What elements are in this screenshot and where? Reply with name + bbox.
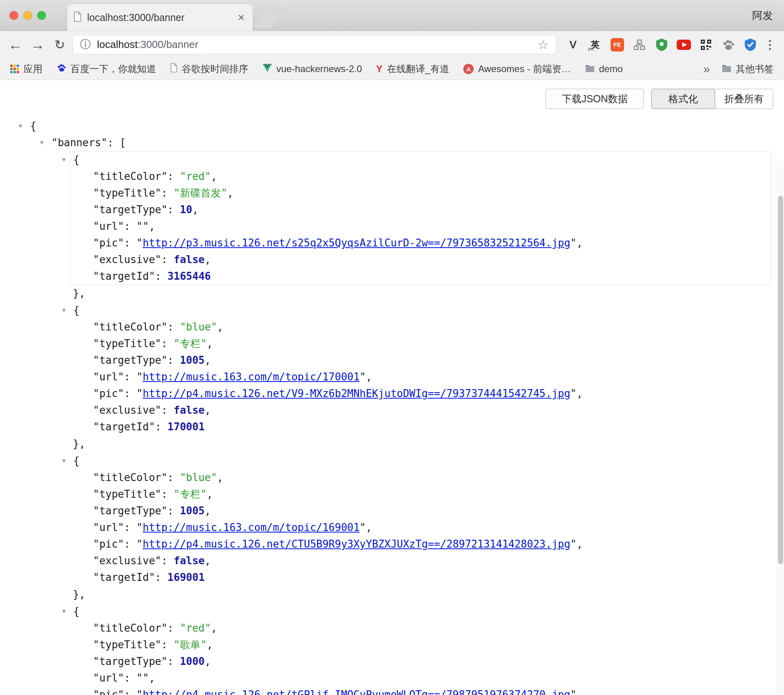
- tab-close-icon[interactable]: ×: [236, 11, 246, 23]
- format-button[interactable]: 格式化: [651, 89, 715, 109]
- bookmark-apps[interactable]: 应用: [10, 63, 42, 75]
- json-quote: ": [137, 689, 143, 695]
- bookmark-google-sort[interactable]: 谷歌按时间排序: [170, 63, 248, 75]
- json-comma: ,: [211, 622, 217, 634]
- paw-icon[interactable]: [721, 37, 736, 53]
- json-string-value: "red": [180, 622, 211, 634]
- bookmark-label: 应用: [23, 63, 42, 75]
- bookmark-vue-hackernews[interactable]: vue-hackernews-2.0: [263, 63, 362, 74]
- json-field-titleColor: "titleColor": "blue",: [70, 319, 771, 335]
- json-key: "targetType": [93, 505, 167, 517]
- bookmark-label: 百度一下，你就知道: [70, 63, 156, 75]
- json-comma: ,: [205, 655, 211, 667]
- json-string-value: "新碟首发": [174, 187, 227, 199]
- json-url-link[interactable]: http://p4.music.126.net/tGPljf-IMOCyPvum…: [143, 689, 570, 695]
- other-bookmarks-folder[interactable]: 其他书签: [722, 63, 774, 75]
- json-url-link[interactable]: http://music.163.com/m/topic/169001: [143, 521, 360, 533]
- baidu-paw-icon: [57, 63, 66, 75]
- json-object: ▼{"titleColor": "red","typeTitle": "新碟首发…: [70, 151, 771, 285]
- address-bar[interactable]: ⓘ localhost:3000/banner ☆: [72, 35, 556, 54]
- back-button[interactable]: ←: [6, 31, 25, 58]
- tab-title: localhost:3000/banner: [87, 12, 236, 23]
- forward-button[interactable]: →: [29, 31, 47, 58]
- json-object: ▼{"titleColor": "red","typeTitle": "歌单",…: [70, 603, 771, 695]
- bookmark-baidu[interactable]: 百度一下，你就知道: [57, 63, 156, 75]
- json-url-link[interactable]: http://p3.music.126.net/s25q2x5QyqsAzilC…: [143, 237, 570, 249]
- json-key: "pic": [93, 388, 124, 399]
- bookmarks-overflow-icon[interactable]: »: [703, 62, 710, 76]
- json-url-link[interactable]: http://p4.music.126.net/V9-MXz6b2MNhEKju…: [143, 388, 570, 399]
- json-quote: ": [137, 371, 143, 383]
- json-field-url: "url": "",: [70, 670, 771, 686]
- json-string-value: "blue": [180, 321, 217, 333]
- json-field-targetId: "targetId": 170001: [70, 418, 771, 435]
- json-field-targetType: "targetType": 1005,: [70, 502, 771, 519]
- download-json-button[interactable]: 下载JSON数据: [546, 89, 644, 109]
- new-tab-button[interactable]: [253, 7, 284, 28]
- vimium-icon[interactable]: V: [565, 37, 580, 53]
- json-key: "targetId": [93, 270, 155, 282]
- url-text[interactable]: localhost:3000/banner: [97, 38, 198, 51]
- json-url-link[interactable]: http://music.163.com/m/topic/170001: [143, 371, 360, 383]
- json-number-value: 1005: [180, 354, 205, 366]
- json-field-url: "url": "",: [70, 218, 771, 235]
- bookmark-awesomes[interactable]: A Awesomes - 前端资…: [463, 63, 571, 75]
- json-colon: :: [155, 270, 167, 282]
- youtube-icon[interactable]: [676, 37, 691, 53]
- translate-icon[interactable]: 英en: [588, 37, 603, 53]
- collapse-toggle-icon[interactable]: ▼: [61, 151, 67, 168]
- json-string-value: "歌单": [174, 639, 207, 651]
- collapse-toggle-icon[interactable]: ▼: [61, 603, 67, 620]
- blue-shield-icon[interactable]: [743, 37, 758, 53]
- json-comma: ,: [227, 187, 234, 199]
- json-field-pic: "pic": "http://p4.music.126.net/CTU5B9R9…: [70, 536, 771, 552]
- collapse-toggle-icon[interactable]: ▼: [61, 302, 67, 319]
- json-colon: :: [155, 421, 167, 433]
- json-key: "titleColor": [93, 321, 167, 333]
- sitemap-icon[interactable]: [632, 37, 647, 53]
- green-shield-icon[interactable]: [654, 37, 669, 53]
- json-string-value: "blue": [180, 472, 217, 483]
- browser-toolbar: ← → ↻ ⓘ localhost:3000/banner ☆ V 英en FE: [0, 31, 784, 58]
- close-window-button[interactable]: [10, 11, 18, 20]
- bookmark-youdao[interactable]: Y 在线翻译_有道: [376, 63, 449, 75]
- json-field-titleColor: "titleColor": "red",: [70, 168, 771, 185]
- json-field-targetId: "targetId": 169001: [70, 569, 771, 586]
- json-url-link[interactable]: http://p4.music.126.net/CTU5B9R9y3XyYBZX…: [143, 538, 570, 550]
- bookmarks-bar: 应用 百度一下，你就知道 谷歌按时间排序 vue-hackernews-2.0 …: [0, 58, 784, 80]
- json-key: "targetType": [93, 354, 167, 366]
- bookmark-label: 谷歌按时间排序: [182, 63, 248, 75]
- json-key: "pic": [93, 689, 124, 695]
- browser-menu-icon[interactable]: [762, 37, 778, 53]
- minimize-window-button[interactable]: [23, 11, 32, 20]
- json-colon: :: [167, 472, 180, 483]
- json-comma: ,: [577, 388, 583, 399]
- maximize-window-button[interactable]: [37, 11, 46, 20]
- profile-name[interactable]: 阿发: [752, 9, 773, 23]
- json-quote: ": [570, 388, 577, 399]
- collapse-toggle-icon[interactable]: ▼: [61, 453, 67, 469]
- reload-button[interactable]: ↻: [51, 31, 69, 58]
- json-colon: :: [124, 237, 136, 249]
- qr-code-icon[interactable]: [698, 37, 714, 53]
- bookmark-folder-demo[interactable]: demo: [585, 63, 623, 74]
- json-colon: :: [167, 505, 180, 517]
- collapse-toggle-icon[interactable]: ▼: [39, 134, 45, 151]
- json-number-value: 3165446: [167, 270, 211, 282]
- scrollbar-thumb[interactable]: [778, 196, 783, 564]
- collapse-toggle-icon[interactable]: ▼: [17, 118, 23, 134]
- bookmark-star-icon[interactable]: ☆: [537, 38, 549, 51]
- json-object-open-line: ▼{: [70, 151, 771, 168]
- collapse-all-button[interactable]: 折叠所有: [715, 89, 773, 109]
- json-comma: ,: [149, 672, 155, 684]
- browser-tab[interactable]: localhost:3000/banner ×: [67, 4, 253, 31]
- page-info-icon[interactable]: ⓘ: [80, 39, 91, 50]
- json-key: "targetId": [93, 571, 155, 583]
- scrollbar[interactable]: [777, 161, 784, 695]
- json-field-typeTitle: "typeTitle": "新碟首发",: [70, 185, 771, 201]
- json-colon: :: [124, 689, 136, 695]
- json-comma: ,: [205, 354, 211, 366]
- fe-icon[interactable]: FE: [610, 37, 625, 53]
- json-object: ▼{"titleColor": "blue","typeTitle": "专栏"…: [70, 452, 771, 586]
- json-number-value: 1000: [180, 655, 205, 667]
